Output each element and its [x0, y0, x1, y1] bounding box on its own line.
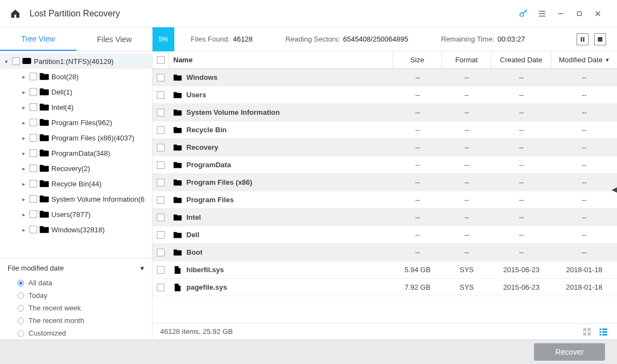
tree-item[interactable]: ▸Recovery(2) — [0, 161, 152, 176]
sidebar: ▾ Partition1:(NTFS)(46129) ▸Boot(28)▸Del… — [0, 51, 152, 339]
tab-files-view[interactable]: Files View — [77, 27, 153, 51]
home-icon[interactable] — [10, 8, 21, 19]
row-name: Intel — [186, 213, 201, 221]
row-checkbox[interactable] — [157, 126, 164, 134]
tab-tree-view[interactable]: Tree View — [0, 27, 77, 51]
row-format: SYS — [442, 279, 491, 296]
files-found-label: Files Found: — [191, 35, 230, 43]
filter-option[interactable]: Today — [8, 289, 144, 302]
pause-button[interactable] — [577, 33, 589, 45]
row-checkbox[interactable] — [157, 196, 164, 204]
filter-option[interactable]: All data — [8, 277, 144, 289]
tree-item-checkbox[interactable] — [30, 195, 37, 203]
row-checkbox[interactable] — [157, 109, 164, 116]
tree-item-checkbox[interactable] — [30, 210, 37, 218]
tree-item-checkbox[interactable] — [30, 103, 37, 111]
chevron-right-icon[interactable]: ▸ — [20, 89, 27, 95]
filter-option[interactable]: The recent week — [8, 302, 144, 314]
table-row[interactable]: Windows-------- — [152, 69, 617, 86]
column-name[interactable]: Name — [169, 51, 393, 68]
row-checkbox[interactable] — [157, 214, 164, 221]
stop-button[interactable] — [594, 33, 606, 45]
row-checkbox[interactable] — [157, 284, 164, 291]
row-checkbox[interactable] — [157, 231, 164, 239]
table-row[interactable]: ProgramData-------- — [152, 156, 617, 174]
tree-item-checkbox[interactable] — [30, 88, 37, 96]
chevron-right-icon[interactable]: ▸ — [20, 181, 27, 187]
tree-item-checkbox[interactable] — [30, 119, 37, 126]
table-row[interactable]: hiberfil.sys5.94 GBSYS2015-06-232018-01-… — [152, 261, 617, 279]
table-row[interactable]: Intel-------- — [152, 209, 617, 226]
chevron-right-icon[interactable]: ▸ — [20, 104, 27, 110]
tree-item[interactable]: ▸System Volume Information(6 — [0, 191, 152, 207]
menu-icon[interactable] — [533, 5, 551, 22]
tree-item-checkbox[interactable] — [30, 134, 37, 142]
chevron-right-icon[interactable]: ▸ — [20, 227, 27, 233]
tree-root-checkbox[interactable] — [12, 57, 20, 65]
folder-icon — [39, 88, 49, 96]
folder-icon — [173, 196, 183, 204]
table-row[interactable]: System Volume Information-------- — [152, 104, 617, 121]
key-icon[interactable] — [514, 5, 533, 22]
tree-root[interactable]: ▾ Partition1:(NTFS)(46129) — [0, 54, 152, 69]
chevron-right-icon[interactable]: ▸ — [20, 120, 27, 126]
filter-option[interactable]: The recent month — [8, 314, 144, 327]
tree-item[interactable]: ▸Boot(28) — [0, 69, 152, 84]
filter-option-label: All data — [28, 279, 52, 287]
tree-item[interactable]: ▸Dell(1) — [0, 84, 152, 99]
chevron-right-icon[interactable]: ▸ — [20, 212, 27, 218]
column-size[interactable]: Size — [393, 51, 442, 68]
folder-icon — [173, 214, 183, 221]
tree-item-checkbox[interactable] — [30, 149, 37, 157]
column-created[interactable]: Created Date — [491, 51, 551, 68]
maximize-button[interactable] — [570, 5, 589, 22]
table-row[interactable]: Program Files (x86)-------- — [152, 174, 617, 191]
filter-option[interactable]: Customized — [8, 327, 144, 339]
tree-item[interactable]: ▸Intel(4) — [0, 99, 152, 115]
table-row[interactable]: Program Files-------- — [152, 191, 617, 209]
file-rows: Windows--------Users--------System Volum… — [152, 69, 617, 323]
table-row[interactable]: Users-------- — [152, 86, 617, 104]
chevron-down-icon[interactable]: ▾ — [2, 58, 10, 64]
row-checkbox[interactable] — [157, 161, 164, 169]
chevron-right-icon[interactable]: ▸ — [20, 150, 27, 156]
tree-item-checkbox[interactable] — [30, 73, 37, 80]
tree-item-checkbox[interactable] — [30, 180, 37, 187]
side-panel-handle[interactable]: ◀ — [612, 185, 617, 193]
list-view-button[interactable] — [597, 327, 609, 337]
recover-button[interactable]: Recover — [534, 343, 605, 361]
row-checkbox[interactable] — [157, 179, 164, 186]
row-format: -- — [442, 226, 491, 243]
tree-item-checkbox[interactable] — [30, 226, 37, 233]
tree-item[interactable]: ▸Windows(32818) — [0, 222, 152, 237]
tree-item[interactable]: ▸Program Files (x86)(4037) — [0, 130, 152, 145]
minimize-button[interactable] — [551, 5, 570, 22]
close-button[interactable] — [589, 5, 607, 22]
table-row[interactable]: Dell-------- — [152, 226, 617, 244]
row-checkbox[interactable] — [157, 266, 164, 274]
table-row[interactable]: Boot-------- — [152, 244, 617, 261]
filter-header[interactable]: File modified date ▾ — [8, 264, 144, 272]
row-checkbox[interactable] — [157, 74, 164, 81]
chevron-right-icon[interactable]: ▸ — [20, 74, 27, 80]
table-row[interactable]: Recovery-------- — [152, 139, 617, 156]
table-row[interactable]: Recycle Bin-------- — [152, 121, 617, 139]
column-modified[interactable]: Modified Date▼ — [551, 51, 617, 68]
status-bar: 46128 items, 25.92 GB — [152, 323, 617, 339]
row-checkbox[interactable] — [157, 144, 164, 151]
table-row[interactable]: pagefile.sys7.92 GBSYS2015-06-232018-01-… — [152, 279, 617, 296]
select-all-checkbox[interactable] — [157, 56, 164, 64]
chevron-right-icon[interactable]: ▸ — [20, 196, 27, 202]
tree-item[interactable]: ▸Program Files(962) — [0, 115, 152, 130]
row-format: -- — [442, 156, 491, 173]
chevron-right-icon[interactable]: ▸ — [20, 166, 27, 172]
chevron-right-icon[interactable]: ▸ — [20, 135, 27, 141]
tree-item[interactable]: ▸ProgramData(348) — [0, 145, 152, 161]
tree-item-checkbox[interactable] — [30, 165, 37, 172]
row-checkbox[interactable] — [157, 249, 164, 256]
tree-item[interactable]: ▸Recycle Bin(44) — [0, 176, 152, 191]
column-format[interactable]: Format — [442, 51, 491, 68]
row-checkbox[interactable] — [157, 91, 164, 99]
grid-view-button[interactable] — [581, 327, 593, 337]
tree-item[interactable]: ▸Users(7877) — [0, 207, 152, 222]
